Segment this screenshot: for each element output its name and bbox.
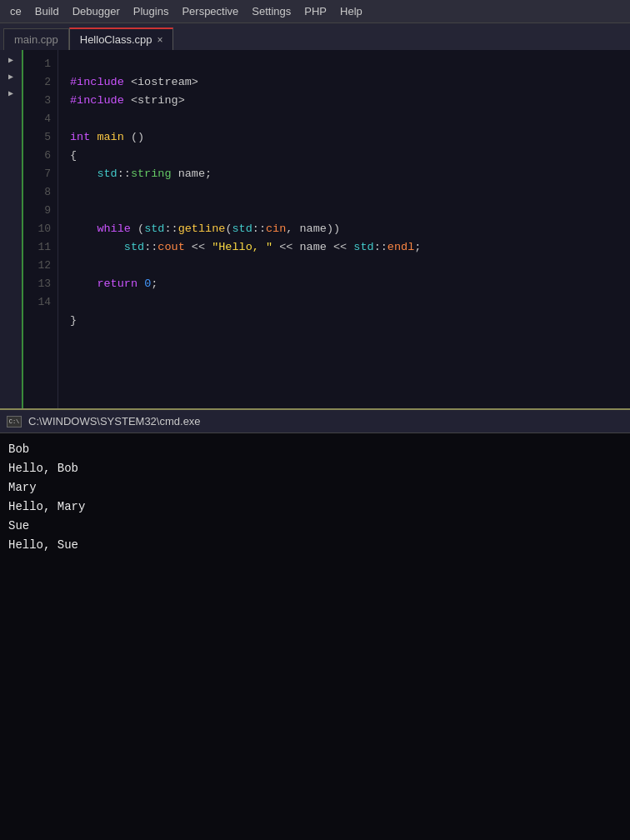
line-num-8: 8: [23, 183, 51, 202]
sidebar-collapse-arrow-3[interactable]: ▶: [7, 87, 15, 100]
code-editor: 1 2 3 4 5 6 7 8 9 10 11 12 13 14 #includ…: [23, 50, 630, 408]
menu-debugger[interactable]: Debugger: [66, 2, 127, 20]
terminal-titlebar: C:\ C:\WINDOWS\SYSTEM32\cmd.exe: [0, 410, 630, 433]
tab-close-button[interactable]: ×: [157, 34, 162, 46]
tab-main-cpp[interactable]: main.cpp: [3, 28, 69, 50]
output-line-1: Bob: [8, 440, 622, 459]
output-line-2: Hello, Bob: [8, 459, 622, 478]
terminal-area: C:\ C:\WINDOWS\SYSTEM32\cmd.exe Bob Hell…: [0, 408, 630, 840]
terminal-output[interactable]: Bob Hello, Bob Mary Hello, Mary Sue Hell…: [0, 433, 630, 562]
line-num-4: 4: [23, 110, 51, 128]
line-numbers: 1 2 3 4 5 6 7 8 9 10 11 12 13 14: [23, 50, 58, 408]
menu-ce[interactable]: ce: [3, 2, 28, 20]
menu-php[interactable]: PHP: [298, 2, 333, 20]
line-num-3: 3: [23, 92, 51, 110]
menu-perspective[interactable]: Perspective: [175, 2, 245, 20]
menu-build[interactable]: Build: [28, 2, 66, 20]
line-num-1: 1: [23, 55, 51, 73]
line-num-5: 5: [23, 128, 51, 147]
line-num-7: 7: [23, 165, 51, 183]
line-num-12: 12: [23, 257, 51, 275]
output-line-5: Sue: [8, 517, 622, 536]
line-num-10: 10: [23, 220, 51, 238]
line-num-11: 11: [23, 238, 51, 257]
line-num-13: 13: [23, 275, 51, 293]
menu-plugins[interactable]: Plugins: [127, 2, 176, 20]
line-num-2: 2: [23, 73, 51, 92]
output-line-4: Hello, Mary: [8, 498, 622, 517]
cmd-icon: C:\: [7, 416, 22, 428]
terminal-title: C:\WINDOWS\SYSTEM32\cmd.exe: [28, 415, 201, 428]
menu-help[interactable]: Help: [333, 2, 369, 20]
output-line-3: Mary: [8, 478, 622, 498]
line-num-6: 6: [23, 147, 51, 165]
sidebar-collapse-arrow-1[interactable]: ▶: [7, 53, 15, 67]
sidebar-collapse-arrow-2[interactable]: ▶: [7, 70, 15, 83]
menu-bar: ce Build Debugger Plugins Perspective Se…: [0, 0, 630, 23]
cmd-icon-text: C:\: [9, 418, 20, 425]
tab-bar: main.cpp HelloClass.cpp ×: [0, 23, 630, 50]
code-content[interactable]: #include <iostream> #include <string> in…: [58, 50, 630, 408]
menu-settings[interactable]: Settings: [245, 2, 298, 20]
line-num-9: 9: [23, 202, 51, 220]
line-num-14: 14: [23, 293, 51, 312]
output-line-6: Hello, Sue: [8, 536, 622, 555]
left-sidebar: ▶ ▶ ▶: [0, 50, 23, 408]
tab-active-label: HelloClass.cpp: [80, 33, 152, 46]
tab-hello-class-cpp[interactable]: HelloClass.cpp ×: [69, 28, 174, 50]
ide-area: ▶ ▶ ▶ 1 2 3 4 5 6 7 8 9 10 11 12 13 14 #…: [0, 50, 630, 408]
